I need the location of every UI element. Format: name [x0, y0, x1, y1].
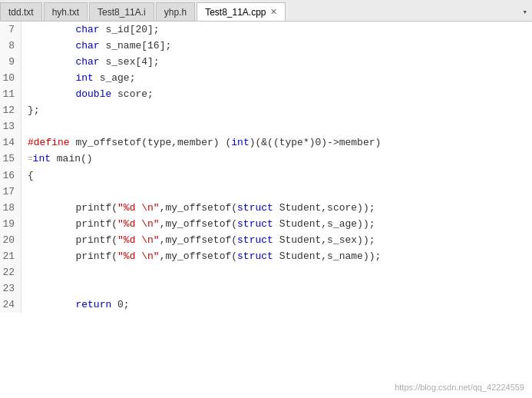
kw-struct-2: struct — [237, 218, 273, 230]
line-num-7: 7 — [0, 22, 21, 38]
line-content-19: printf("%d \n",my_offsetof(struct Studen… — [21, 216, 375, 232]
code-line-7: 7 char s_id[20]; — [0, 22, 532, 38]
keyword-define: #define — [28, 137, 70, 148]
line-num-18: 18 — [0, 200, 21, 216]
keyword-char-2: char — [75, 40, 99, 51]
tab-tdd-label: tdd.txt — [8, 7, 34, 18]
collapse-marker: = — [28, 154, 33, 164]
code-line-16: 16 { — [0, 167, 532, 184]
line-content-12: }; — [21, 102, 40, 118]
tab-test8-11a-cpp[interactable]: Test8_11A.cpp ✕ — [197, 2, 285, 21]
kw-struct-1: struct — [237, 202, 273, 214]
code-line-23: 23 — [0, 280, 532, 297]
line-content-14: #define my_offsetof(type,member) (int)(&… — [21, 134, 381, 151]
keyword-char-3: char — [75, 56, 99, 68]
line-num-24: 24 — [0, 297, 21, 313]
line-num-20: 20 — [0, 232, 21, 248]
tab-tdd[interactable]: tdd.txt — [0, 2, 42, 21]
keyword-double: double — [75, 88, 111, 100]
code-line-11: 11 double score; — [0, 86, 532, 102]
line-num-9: 9 — [0, 54, 21, 70]
line-content-13 — [21, 118, 34, 134]
line-content-22 — [21, 264, 34, 280]
code-editor: 7 char s_id[20]; 8 char s_name[16]; 9 ch… — [0, 22, 532, 398]
line-content-24: return 0; — [21, 297, 130, 313]
tab-hyh[interactable]: hyh.txt — [44, 2, 88, 21]
close-icon[interactable]: ✕ — [270, 7, 277, 17]
tab-yhp-label: yhp.h — [164, 7, 187, 18]
str-2: "%d \n" — [117, 218, 160, 230]
line-content-10: int s_age; — [21, 70, 135, 86]
code-line-24: 24 return 0; — [0, 297, 532, 313]
str-4: "%d \n" — [117, 250, 160, 262]
define-name: my_offsetof — [75, 137, 141, 148]
tab-test8-11a-i-label: Test8_11A.i — [97, 7, 146, 18]
code-line-12: 12 }; — [0, 102, 532, 118]
line-num-8: 8 — [0, 38, 21, 54]
code-line-10: 10 int s_age; — [0, 70, 532, 86]
keyword-int: int — [75, 72, 93, 84]
code-line-17: 17 — [0, 184, 532, 200]
code-line-18: 18 printf("%d \n",my_offsetof(struct Stu… — [0, 200, 532, 216]
str-3: "%d \n" — [117, 234, 160, 246]
line-num-17: 17 — [0, 184, 21, 200]
line-num-11: 11 — [0, 86, 21, 102]
line-content-8: char s_name[16]; — [21, 38, 171, 54]
tab-yhp[interactable]: yhp.h — [156, 2, 195, 21]
line-num-23: 23 — [0, 280, 21, 297]
line-content-16: { — [21, 167, 34, 184]
line-num-10: 10 — [0, 70, 21, 86]
code-line-19: 19 printf("%d \n",my_offsetof(struct Stu… — [0, 216, 532, 232]
tab-test8-11a-i[interactable]: Test8_11A.i — [89, 2, 154, 21]
tab-dropdown-arrow[interactable]: ▾ — [517, 2, 532, 21]
tab-test8-11a-cpp-label: Test8_11A.cpp — [205, 7, 266, 18]
line-num-14: 14 — [0, 134, 21, 151]
keyword-int-2: int — [231, 137, 249, 148]
line-content-18: printf("%d \n",my_offsetof(struct Studen… — [21, 200, 375, 216]
code-line-14: 14 #define my_offsetof(type,member) (int… — [0, 134, 532, 151]
line-num-16: 16 — [0, 167, 21, 184]
code-line-21: 21 printf("%d \n",my_offsetof(struct Stu… — [0, 248, 532, 264]
code-line-20: 20 printf("%d \n",my_offsetof(struct Stu… — [0, 232, 532, 248]
line-num-19: 19 — [0, 216, 21, 232]
kw-struct-3: struct — [237, 234, 273, 246]
line-content-20: printf("%d \n",my_offsetof(struct Studen… — [21, 232, 375, 248]
code-line-9: 9 char s_sex[4]; — [0, 54, 532, 70]
code-line-13: 13 — [0, 118, 532, 134]
kw-struct-4: struct — [237, 250, 273, 262]
line-content-21: printf("%d \n",my_offsetof(struct Studen… — [21, 248, 381, 264]
line-content-17 — [21, 184, 34, 200]
line-content-23 — [21, 280, 34, 297]
code-line-15: 15 =int main() — [0, 151, 532, 167]
watermark: https://blog.csdn.net/qq_42224559 — [395, 383, 524, 392]
keyword-int-3: int — [33, 153, 51, 164]
line-content-11: double score; — [21, 86, 154, 102]
line-num-21: 21 — [0, 248, 21, 264]
define-rest: )(&((type*)0)->member) — [249, 137, 382, 148]
line-num-12: 12 — [0, 102, 21, 118]
line-num-15: 15 — [0, 151, 21, 167]
line-content-7: char s_id[20]; — [21, 22, 160, 38]
code-area: 7 char s_id[20]; 8 char s_name[16]; 9 ch… — [0, 22, 532, 313]
dropdown-arrow-icon: ▾ — [522, 7, 527, 17]
keyword-return: return — [75, 299, 111, 310]
code-line-8: 8 char s_name[16]; — [0, 38, 532, 54]
str-1: "%d \n" — [117, 202, 160, 214]
keyword-char-1: char — [75, 24, 99, 35]
line-content-15: =int main() — [21, 151, 93, 167]
line-num-13: 13 — [0, 118, 21, 134]
tab-bar: tdd.txt hyh.txt Test8_11A.i yhp.h Test8_… — [0, 0, 532, 22]
line-content-9: char s_sex[4]; — [21, 54, 160, 70]
code-line-22: 22 — [0, 264, 532, 280]
line-num-22: 22 — [0, 264, 21, 280]
tab-hyh-label: hyh.txt — [52, 7, 79, 18]
define-params: (type,member) ( — [141, 137, 231, 148]
